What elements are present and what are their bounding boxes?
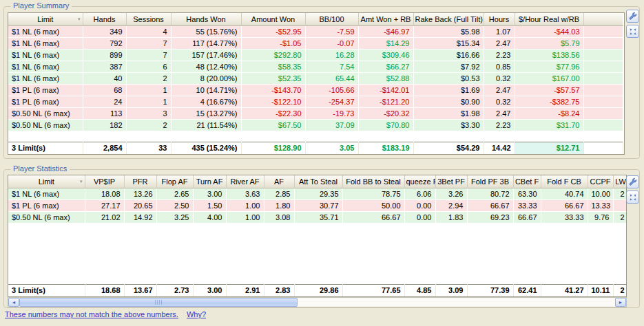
cell-sessions: 7 [126, 49, 171, 61]
limit-row[interactable]: $1 NL (6 max)8997157 (17.46%)$292.8016.2… [8, 49, 623, 61]
cell-fold-pf-3b: 69.23 [467, 211, 513, 223]
column-header-bb-100[interactable]: BB/100 [305, 13, 358, 25]
cell-fold-bb-to-steal: 78.75 [342, 188, 404, 199]
column-header-vp-ip[interactable]: VP$IP [85, 175, 124, 188]
cell-sessions: 1 [126, 84, 171, 96]
why-link[interactable]: Why? [187, 310, 206, 318]
cell-amount-won: -$122.10 [241, 96, 305, 107]
total-turn-af: 3.00 [193, 285, 226, 297]
grid-table: Limit▾VP$IPPFRFlop AFTurn AFRiver AFAFAt… [8, 175, 627, 224]
column-header-hour-real-w-rb[interactable]: $/Hour Real w/RB [515, 13, 583, 25]
column-header-fold-f-cb[interactable]: Fold F CB [541, 175, 588, 188]
summary-fit-columns-button[interactable] [626, 25, 639, 38]
column-header-flop-af[interactable]: Flop AF [156, 175, 193, 188]
total-sessions: 33 [126, 142, 171, 155]
cell-hours: 2.47 [484, 107, 515, 119]
mismatch-note-link[interactable]: These numbers may not match the above nu… [5, 310, 178, 318]
cell-amt-won-rb: $309.46 [358, 49, 413, 61]
fit-columns-icon [629, 28, 637, 36]
summary-settings-button[interactable] [626, 10, 639, 23]
column-header-rake-back-full-tilt[interactable]: Rake Back (Full Tilt) [413, 13, 484, 25]
total-af: 2.83 [264, 285, 294, 297]
totals-row: 3 Limit(s)2,85433435 (15.24%)$128.903.05… [8, 142, 623, 155]
total-rake-back-full-tilt: $54.29 [413, 142, 484, 155]
total-cbet-f: 62.41 [513, 285, 541, 297]
player-statistics-panel: Player Statistics Limit▾VP$IPPFRFlop AFT… [3, 169, 640, 308]
cell-amt-won-rb: -$142.01 [358, 84, 413, 96]
cell-3bet-pf: 3.26 [435, 188, 467, 199]
cell-filler [583, 61, 623, 72]
column-header-hours[interactable]: Hours [484, 13, 515, 25]
column-header-fold-bb-to-steal[interactable]: Fold BB to Steal [342, 175, 404, 188]
player-report-window: { "colors": { "page_bg": "#ece9d8", "los… [0, 0, 644, 326]
cell-pfr: 20.65 [124, 199, 156, 211]
column-header-amount-won[interactable]: Amount Won [241, 13, 305, 25]
cell-filler [583, 119, 623, 131]
cell-hour-real-w-rb: $31.70 [515, 119, 583, 131]
limit-row[interactable]: $1 PL (6 max)2414 (16.67%)-$122.10-254.3… [8, 96, 623, 107]
limit-row[interactable]: $1 NL (6 max)7927117 (14.77%)-$1.05-0.07… [8, 37, 623, 49]
limit-row[interactable]: $1 PL (6 max)68110 (14.71%)-$143.70-105.… [8, 84, 623, 96]
player-statistics-grid: Limit▾VP$IPPFRFlop AFTurn AFRiver AFAFAt… [8, 175, 627, 297]
cell-ccpf: 13.33 [588, 199, 613, 211]
column-header-amt-won-rb[interactable]: Amt Won + RB [358, 13, 413, 25]
column-header-limit[interactable]: Limit▾ [8, 13, 83, 25]
column-header-3bet-pf[interactable]: 3Bet PF [435, 175, 467, 188]
limit-row[interactable]: $1 PL (6 max)27.1720.652.501.501.001.803… [8, 199, 627, 211]
sort-down-icon[interactable]: ▾ [80, 179, 83, 184]
stats-settings-button[interactable] [626, 175, 639, 188]
column-header-pfr[interactable]: PFR [124, 175, 156, 188]
limit-row[interactable]: $1 NL (6 max)4028 (20.00%)$52.3565.44$52… [8, 72, 623, 84]
column-header-lw[interactable]: LW [613, 175, 627, 188]
cell-fold-f-cb: 66.67 [541, 199, 588, 211]
cell-cbet-f: 33.33 [513, 199, 541, 211]
scrollbar-track[interactable] [19, 298, 615, 307]
header-row: Limit▾HandsSessionsHands WonAmount WonBB… [8, 13, 623, 25]
cell-hours: 2.23 [484, 49, 515, 61]
cell-bb-100: -105.66 [305, 84, 358, 96]
cell-hours: 2.47 [484, 37, 515, 49]
scrollbar-thumb[interactable] [19, 298, 298, 307]
column-header-river-af[interactable]: River AF [226, 175, 264, 188]
cell-amt-won-rb: -$20.32 [358, 107, 413, 119]
cell-limit: $1 NL (6 max) [8, 72, 83, 84]
column-header-queeze-pl[interactable]: queeze Pl [404, 175, 435, 188]
column-header-limit[interactable]: Limit▾ [8, 175, 85, 188]
total-fold-pf-3b: 77.39 [467, 285, 513, 297]
cell-filler [583, 25, 623, 37]
column-header-hands[interactable]: Hands [83, 13, 126, 25]
cell-att-to-steal: 30.77 [294, 199, 342, 211]
cell-ccpf: 10.00 [588, 188, 613, 199]
column-header-turn-af[interactable]: Turn AF [193, 175, 226, 188]
cell-hours: 2.23 [484, 119, 515, 131]
limit-row[interactable]: $0.50 NL (6 max)182221 (11.54%)$67.5037.… [8, 119, 623, 131]
cell-sessions: 7 [126, 37, 171, 49]
cell-turn-af: 1.50 [193, 199, 226, 211]
stats-fit-columns-button[interactable] [626, 191, 639, 204]
cell-hours: 2.47 [484, 84, 515, 96]
limit-row[interactable]: $1 NL (6 max)349455 (15.76%)-$52.95-7.59… [8, 25, 623, 37]
cell-sessions: 3 [126, 107, 171, 119]
column-header-fold-pf-3b[interactable]: Fold PF 3B [467, 175, 513, 188]
column-header-hands-won[interactable]: Hands Won [171, 13, 241, 25]
scroll-left-button[interactable]: ◄ [8, 298, 19, 307]
column-header-sessions[interactable]: Sessions [126, 13, 171, 25]
grid-empty-space [8, 224, 626, 285]
scroll-right-button[interactable]: ► [615, 298, 626, 307]
column-header-af[interactable]: AF [264, 175, 294, 188]
column-header-ccpf[interactable]: CCPF [588, 175, 613, 188]
cell-lw [613, 199, 627, 211]
cell-lw: 2 [613, 188, 627, 199]
cell-rake-back-full-tilt: $1.69 [413, 84, 484, 96]
column-header-cbet-f[interactable]: CBet F [513, 175, 541, 188]
limit-row[interactable]: $0.50 NL (6 max)113315 (13.27%)-$22.30-1… [8, 107, 623, 119]
stats-horizontal-scrollbar[interactable]: ◄ ► [8, 297, 627, 307]
scrollbar-grip-icon [155, 300, 162, 305]
limit-row[interactable]: $0.50 NL (6 max)21.0214.923.254.001.003.… [8, 211, 627, 223]
cell-filler [583, 72, 623, 84]
player-summary-panel: Player Summary Limit▾HandsSessionsHands … [3, 6, 640, 159]
sort-down-icon[interactable]: ▾ [78, 17, 81, 22]
limit-row[interactable]: $1 NL (6 max)387648 (12.40%)$58.357.54$6… [8, 61, 623, 72]
column-header-att-to-steal[interactable]: Att To Steal [294, 175, 342, 188]
limit-row[interactable]: $1 NL (6 max)18.0813.262.653.003.632.852… [8, 188, 627, 199]
